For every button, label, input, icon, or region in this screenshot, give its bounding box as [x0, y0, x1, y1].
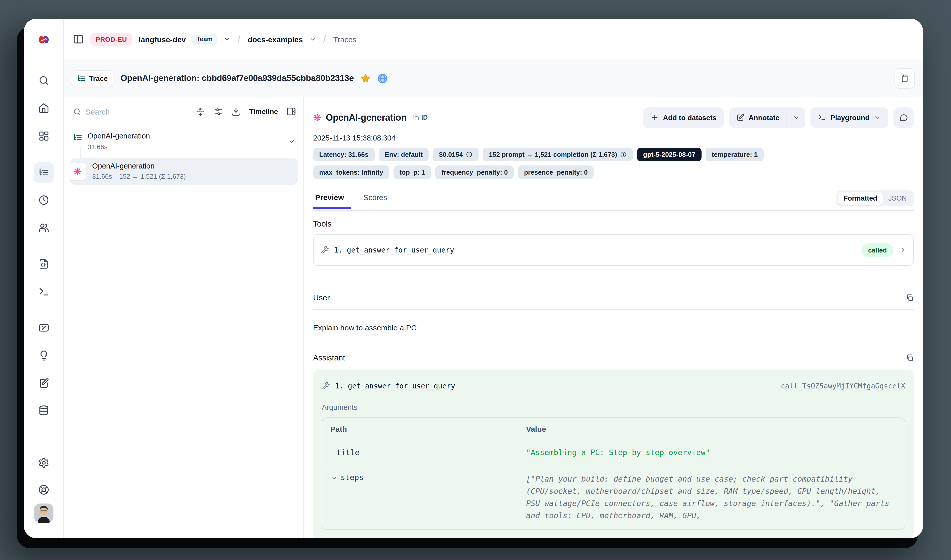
max-tokens-badge: max_tokens: Infinity	[313, 165, 389, 179]
chevron-right-icon[interactable]	[899, 246, 907, 254]
assistant-tool-call-panel: 1. get_answer_for_user_query call_TsOZ5a…	[313, 369, 914, 538]
sidebar-toggle-icon[interactable]	[73, 34, 84, 45]
trace-type-badge: Trace	[71, 70, 114, 87]
tree-toolbar: Timeline	[70, 103, 299, 120]
copy-icon[interactable]	[906, 294, 914, 302]
column-header-value: Value	[526, 418, 905, 440]
sidebar-item-support[interactable]	[33, 480, 54, 500]
comments-button[interactable]	[894, 108, 914, 128]
observation-actions: Add to datasets Annotate	[643, 108, 914, 128]
tab-preview[interactable]: Preview	[313, 193, 351, 208]
tree-search[interactable]	[73, 107, 188, 116]
playground-button[interactable]: Playground	[811, 108, 888, 128]
tree-settings-button[interactable]	[214, 107, 223, 116]
temperature-badge: temperature: 1	[706, 148, 764, 162]
openai-icon: ❋	[313, 113, 321, 122]
annotate-button-group: Annotate	[729, 108, 805, 128]
comment-bubble-icon	[899, 113, 908, 122]
arg-path: title	[337, 448, 359, 457]
chevron-down-icon[interactable]	[331, 475, 337, 482]
sidebar-item-users[interactable]	[33, 217, 54, 238]
sidebar-item-datasets[interactable]	[33, 400, 54, 420]
breadcrumb-separator: /	[237, 33, 240, 45]
assistant-message-section: Assistant 1. get_answer_for_user_query c…	[313, 353, 914, 538]
chevron-down-icon[interactable]	[223, 35, 230, 43]
breadcrumb-org[interactable]: langfuse-dev	[139, 35, 186, 43]
add-to-datasets-button[interactable]: Add to datasets	[643, 108, 724, 128]
breadcrumb-section[interactable]: Traces	[333, 35, 356, 43]
top-p-badge: top_p: 1	[393, 165, 431, 179]
sidebar-item-settings[interactable]	[33, 452, 54, 473]
tool-call-id: call_TsOZ5awyMjIYCMfgaGqscelX	[781, 382, 905, 390]
list-tree-icon	[77, 74, 86, 83]
cost-badge: $0.0154	[433, 148, 479, 162]
bookmark-star-icon[interactable]	[360, 73, 371, 83]
sidebar-item-sessions[interactable]	[33, 190, 54, 210]
sidebar-item-evaluation[interactable]	[33, 318, 54, 338]
env-badge: Env: default	[379, 148, 429, 162]
sidebar-item-annotation[interactable]	[33, 373, 54, 394]
chevron-down-icon[interactable]	[288, 138, 295, 145]
trace-header: Trace OpenAI-generation: cbbd69af7e00a93…	[64, 60, 923, 97]
delete-trace-button[interactable]	[894, 68, 915, 89]
user-message-content: Explain how to assemble a PC	[313, 323, 914, 332]
tree-row-trace[interactable]: OpenAI-generation 31.66s	[70, 130, 299, 153]
generation-icon-tile: ❋	[69, 163, 86, 180]
user-avatar[interactable]	[34, 503, 53, 523]
trace-type-label: Trace	[89, 74, 108, 83]
gear-icon	[38, 457, 49, 468]
tool-name: 1. get_answer_for_user_query	[334, 246, 454, 254]
sidebar-item-search[interactable]	[33, 70, 54, 91]
wrench-icon	[321, 246, 329, 254]
observation-timestamp: 2025-11-13 15:38:08.304	[313, 134, 914, 142]
lightbulb-icon	[38, 350, 49, 362]
tool-definition-row[interactable]: 1. get_answer_for_user_query called	[313, 234, 914, 266]
trace-node-duration: 31.66s	[88, 143, 150, 151]
sidebar-item-tracing[interactable]	[33, 162, 54, 183]
langfuse-logo[interactable]	[36, 32, 51, 47]
chevron-down-icon[interactable]	[309, 35, 316, 43]
info-icon[interactable]	[620, 151, 627, 158]
collapse-panel-button[interactable]	[286, 106, 296, 117]
sidebar-item-playground[interactable]	[33, 282, 54, 302]
tree-row-generation-selected[interactable]: ❋ OpenAI-generation 31.66s 152 → 1,521 (…	[70, 158, 299, 185]
copy-icon[interactable]	[906, 354, 914, 362]
wrench-icon	[322, 382, 330, 390]
model-badge[interactable]: gpt-5-2025-08-07	[637, 148, 702, 162]
breadcrumb-separator: /	[323, 33, 326, 45]
arg-value-array: ["Plan your build: define budget and use…	[526, 474, 889, 520]
download-button[interactable]	[231, 107, 241, 116]
observation-title: OpenAI-generation	[326, 112, 406, 123]
info-icon[interactable]	[466, 151, 473, 158]
sidebar-item-prompts[interactable]	[33, 254, 54, 274]
annotate-button[interactable]: Annotate	[729, 108, 786, 128]
section-divider	[313, 309, 914, 310]
breadcrumb-project[interactable]: docs-examples	[248, 35, 303, 43]
search-input[interactable]	[86, 107, 131, 116]
tab-scores[interactable]: Scores	[358, 193, 392, 208]
generation-duration: 31.66s	[92, 172, 112, 180]
env-badge: PROD-EU	[90, 33, 132, 46]
tokens-badge: 152 prompt → 1,521 completion (Σ 1,673)	[483, 148, 633, 162]
arg-path: steps	[341, 473, 363, 482]
observation-header: ❋ OpenAI-generation ID Add to datasets	[313, 108, 914, 128]
square-percent-icon	[38, 322, 49, 334]
openai-icon: ❋	[73, 166, 82, 177]
users-icon	[38, 222, 49, 233]
tool-call-name: 1. get_answer_for_user_query	[335, 382, 455, 390]
sidebar-item-dashboards[interactable]	[33, 126, 54, 146]
collapse-observations-button[interactable]	[196, 107, 205, 116]
called-badge: called	[862, 243, 894, 257]
trash-icon	[900, 74, 909, 83]
format-formatted[interactable]: Formatted	[838, 192, 883, 205]
sidebar-item-home[interactable]	[33, 98, 54, 118]
annotate-more-button[interactable]	[787, 108, 805, 128]
public-globe-icon[interactable]	[377, 73, 388, 84]
timeline-toggle[interactable]: Timeline	[249, 108, 278, 115]
sidebar-item-llm-judge[interactable]	[33, 346, 54, 366]
format-json[interactable]: JSON	[883, 192, 912, 205]
tools-heading: Tools	[313, 219, 914, 229]
clock-icon	[38, 194, 49, 206]
copy-id-button[interactable]: ID	[412, 114, 428, 121]
content-area: Timeline OpenAI-generation 31.66s	[64, 97, 923, 538]
